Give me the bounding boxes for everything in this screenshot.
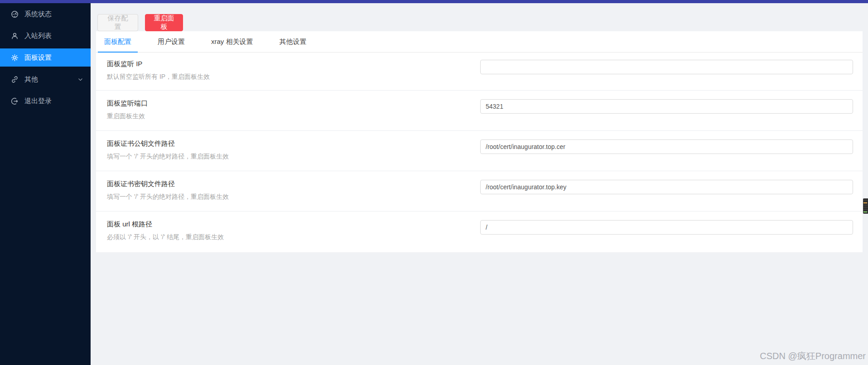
- tab-bar: 面板配置 用户设置 xray 相关设置 其他设置: [96, 31, 863, 53]
- logout-icon: [11, 97, 19, 105]
- settings-form: 面板监听 IP 默认留空监听所有 IP，重启面板生效 面板监听端口 重启面板生效…: [96, 53, 863, 252]
- row-label: 面板 url 根路径: [107, 220, 152, 229]
- sidebar-item-panel-settings[interactable]: 面板设置: [0, 48, 91, 67]
- row-label: 面板监听端口: [107, 99, 148, 108]
- gear-icon: [11, 54, 19, 62]
- sidebar-item-label: 面板设置: [24, 53, 52, 62]
- row-input[interactable]: [480, 99, 853, 114]
- chevron-down-icon: [77, 76, 83, 82]
- row-desc: 重启面板生效: [107, 112, 145, 120]
- row-label: 面板证书密钥文件路径: [107, 180, 175, 188]
- sidebar: 系统状态 入站列表 面板设置 其他 退出登录: [0, 3, 91, 365]
- restart-panel-button[interactable]: 重启面板: [145, 14, 183, 31]
- tab-xray-settings[interactable]: xray 相关设置: [205, 31, 260, 52]
- row-input[interactable]: [480, 60, 853, 74]
- sidebar-item-label: 系统状态: [24, 10, 52, 19]
- settings-row: 面板证书密钥文件路径 填写一个 '/' 开头的绝对路径，重启面板生效: [96, 171, 863, 211]
- tab-panel-config[interactable]: 面板配置: [98, 31, 138, 52]
- top-accent-bar: [0, 0, 868, 3]
- sidebar-item-label: 入站列表: [24, 32, 52, 40]
- minimap-green-marker: [863, 211, 867, 213]
- csdn-watermark: CSDN @疯狂Programmer: [760, 350, 866, 362]
- settings-row: 面板监听 IP 默认留空监听所有 IP，重启面板生效: [96, 53, 863, 91]
- settings-row: 面板 url 根路径 必须以 '/' 开头，以 '/' 结尾，重启面板生效: [96, 211, 863, 252]
- scroll-minimap-widget[interactable]: [863, 198, 868, 214]
- sidebar-item-other[interactable]: 其他: [0, 70, 91, 88]
- sidebar-item-inbound-list[interactable]: 入站列表: [0, 27, 91, 45]
- dashboard-icon: [11, 10, 19, 18]
- row-label: 面板监听 IP: [107, 60, 142, 68]
- save-config-button[interactable]: 保存配置: [97, 14, 138, 31]
- row-input[interactable]: [480, 220, 853, 235]
- row-desc: 填写一个 '/' 开头的绝对路径，重启面板生效: [107, 153, 229, 161]
- content-card: 面板配置 用户设置 xray 相关设置 其他设置 面板监听 IP 默认留空监听所…: [96, 31, 863, 252]
- link-icon: [11, 76, 19, 83]
- user-icon: [11, 32, 19, 40]
- sidebar-item-logout[interactable]: 退出登录: [0, 92, 91, 110]
- settings-row: 面板监听端口 重启面板生效: [96, 91, 863, 131]
- minimap-orange-marker: [863, 202, 867, 203]
- sidebar-item-label: 其他: [24, 75, 38, 84]
- row-desc: 填写一个 '/' 开头的绝对路径，重启面板生效: [107, 193, 229, 201]
- settings-row: 面板证书公钥文件路径 填写一个 '/' 开头的绝对路径，重启面板生效: [96, 131, 863, 171]
- row-desc: 必须以 '/' 开头，以 '/' 结尾，重启面板生效: [107, 233, 224, 241]
- sidebar-item-system-status[interactable]: 系统状态: [0, 5, 91, 23]
- tab-other-settings[interactable]: 其他设置: [273, 31, 313, 52]
- row-label: 面板证书公钥文件路径: [107, 139, 175, 148]
- row-input[interactable]: [480, 180, 853, 194]
- row-desc: 默认留空监听所有 IP，重启面板生效: [107, 73, 210, 81]
- row-input[interactable]: [480, 139, 853, 154]
- sidebar-item-label: 退出登录: [24, 97, 52, 106]
- tab-user-settings[interactable]: 用户设置: [151, 31, 191, 52]
